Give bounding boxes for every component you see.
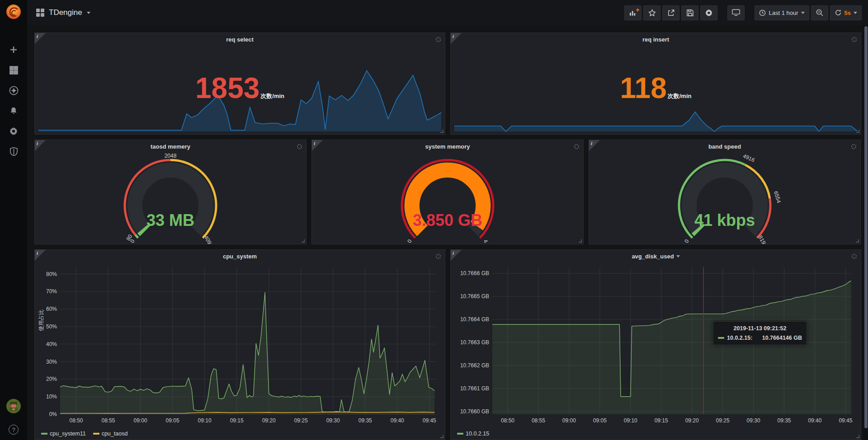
refresh-icon (835, 9, 842, 16)
scrollbar-thumb[interactable] (864, 26, 868, 428)
sparkline-chart[interactable] (38, 68, 441, 132)
svg-text:09:05: 09:05 (166, 417, 179, 424)
chart-tooltip: 2019-11-13 09:21:52 10.0.2.15: 10.766414… (713, 321, 807, 345)
panel-info-icon[interactable]: i (312, 140, 323, 151)
loading-spinner-icon (436, 37, 441, 42)
panel-avg-disk-used: i avg_disk_used 08:5008:5509:0009:0509:1… (450, 249, 861, 440)
server-admin-shield-icon[interactable] (5, 146, 22, 157)
help-icon[interactable]: ? (9, 425, 19, 435)
panel-header-req-select[interactable]: req select (35, 33, 445, 46)
tooltip-value: 10.7664146 GB (762, 335, 802, 341)
svg-text:10.7660 GB: 10.7660 GB (460, 408, 489, 415)
add-panel-button[interactable]: + (624, 5, 642, 20)
panel-cpu-system: i cpu_system 使用占比 08:5008:5509:0009:0509… (34, 249, 445, 440)
scrollbar-track[interactable] (863, 25, 868, 440)
svg-text:09:40: 09:40 (391, 417, 404, 424)
svg-text:0: 0 (406, 238, 413, 244)
grafana-logo[interactable] (5, 3, 23, 21)
svg-text:20%: 20% (46, 376, 57, 382)
svg-text:08:55: 08:55 (532, 417, 545, 424)
panel-header-system-memory[interactable]: system memory (312, 140, 583, 153)
svg-text:09:15: 09:15 (230, 417, 244, 424)
panel-resize-handle[interactable] (856, 130, 859, 133)
legend-label: cpu_system11 (50, 431, 86, 437)
legend-label: cpu_taosd (102, 431, 128, 437)
refresh-interval-label[interactable]: 5s (844, 9, 851, 16)
panel-resize-handle[interactable] (440, 435, 443, 438)
svg-text:09:35: 09:35 (777, 417, 791, 424)
svg-text:08:50: 08:50 (501, 417, 514, 424)
svg-text:09:05: 09:05 (593, 417, 607, 424)
svg-text:0: 0 (683, 238, 690, 244)
loading-spinner-icon (851, 144, 856, 149)
sparkline-chart[interactable] (454, 104, 857, 132)
legend-item-10-0-2-15[interactable]: 10.0.2.15 (457, 431, 489, 437)
share-button[interactable] (662, 5, 679, 20)
time-range-picker[interactable]: Last 1 hour (755, 5, 809, 20)
y-axis-label: 使用占比 (38, 309, 45, 331)
svg-text:3.850 GB: 3.850 GB (413, 211, 482, 229)
dashboards-icon[interactable] (5, 65, 22, 75)
svg-text:09:00: 09:00 (562, 417, 576, 424)
panel-info-icon[interactable]: i (451, 250, 462, 261)
panel-resize-handle[interactable] (579, 239, 582, 243)
panel-info-icon[interactable]: i (35, 33, 46, 44)
svg-text:80%: 80% (46, 271, 57, 277)
alerting-bell-icon[interactable] (5, 105, 22, 116)
panel-info-icon[interactable]: i (451, 33, 462, 44)
series-color-swatch (718, 337, 724, 339)
configuration-gear-icon[interactable] (5, 126, 22, 136)
panel-header-taosd-memory[interactable]: taosd memery (35, 140, 306, 153)
add-icon[interactable] (5, 44, 22, 55)
loading-spinner-icon (574, 144, 579, 149)
dashboard-grid-icon (36, 9, 44, 17)
panel-info-icon[interactable]: i (35, 250, 46, 261)
svg-text:10.7665 GB: 10.7665 GB (460, 293, 489, 300)
panel-title: cpu_system (223, 253, 257, 260)
time-range-label: Last 1 hour (769, 9, 798, 16)
panel-resize-handle[interactable] (302, 239, 305, 243)
legend-item-cpu-taosd[interactable]: cpu_taosd (93, 431, 128, 437)
svg-text:08:50: 08:50 (69, 417, 83, 424)
dashboard-title-menu[interactable]: TDengine (36, 8, 90, 17)
singlestat-unit: 次数/min (668, 92, 692, 100)
save-button[interactable] (681, 5, 698, 20)
caret-down-icon (676, 255, 680, 257)
svg-text:10.7661 GB: 10.7661 GB (460, 385, 489, 392)
refresh-picker[interactable]: 5s (830, 5, 862, 20)
svg-text:09:45: 09:45 (839, 417, 852, 424)
svg-text:10.7664 GB: 10.7664 GB (460, 316, 489, 323)
panel-resize-handle[interactable] (440, 130, 443, 133)
user-avatar[interactable] (6, 398, 21, 416)
panel-title: system memory (425, 143, 470, 150)
svg-text:4: 4 (482, 239, 489, 244)
panel-title: band speed (708, 143, 741, 150)
panel-info-icon[interactable]: i (35, 140, 46, 151)
cycle-view-mode-button[interactable] (727, 5, 745, 20)
star-button[interactable] (643, 5, 660, 20)
explore-compass-icon[interactable] (5, 85, 22, 96)
singlestat-value-group: 118 次数/min (451, 76, 861, 100)
dashboard-title[interactable]: TDengine (49, 8, 82, 17)
panel-header-avg-disk-used[interactable]: avg_disk_used (451, 250, 861, 262)
svg-text:50%: 50% (46, 323, 57, 330)
panel-header-cpu-system[interactable]: cpu_system (35, 250, 445, 262)
settings-gear-button[interactable] (700, 5, 717, 20)
panel-info-icon[interactable]: i (589, 140, 600, 151)
panel-title: taosd memery (151, 143, 190, 150)
time-series-chart[interactable]: 08:5008:5509:0009:0509:1009:1509:2009:25… (38, 262, 442, 426)
svg-text:09:40: 09:40 (808, 417, 821, 424)
svg-text:09:45: 09:45 (423, 417, 436, 424)
panel-resize-handle[interactable] (856, 239, 859, 243)
legend-item-cpu-system11[interactable]: cpu_system11 (41, 431, 86, 437)
tooltip-timestamp: 2019-11-13 09:21:52 (718, 325, 802, 332)
svg-text:09:30: 09:30 (326, 417, 340, 424)
panel-title: avg_disk_used (632, 253, 674, 260)
panel-header-band-speed[interactable]: band speed (589, 140, 860, 153)
svg-text:10.7663 GB: 10.7663 GB (460, 339, 489, 346)
gauge-chart: 049166554819241 kbps (589, 153, 860, 244)
tooltip-series-label: 10.0.2.15: (727, 335, 752, 341)
panel-resize-handle[interactable] (856, 435, 859, 438)
zoom-out-button[interactable] (811, 5, 828, 20)
panel-header-req-insert[interactable]: req insert (451, 33, 861, 46)
